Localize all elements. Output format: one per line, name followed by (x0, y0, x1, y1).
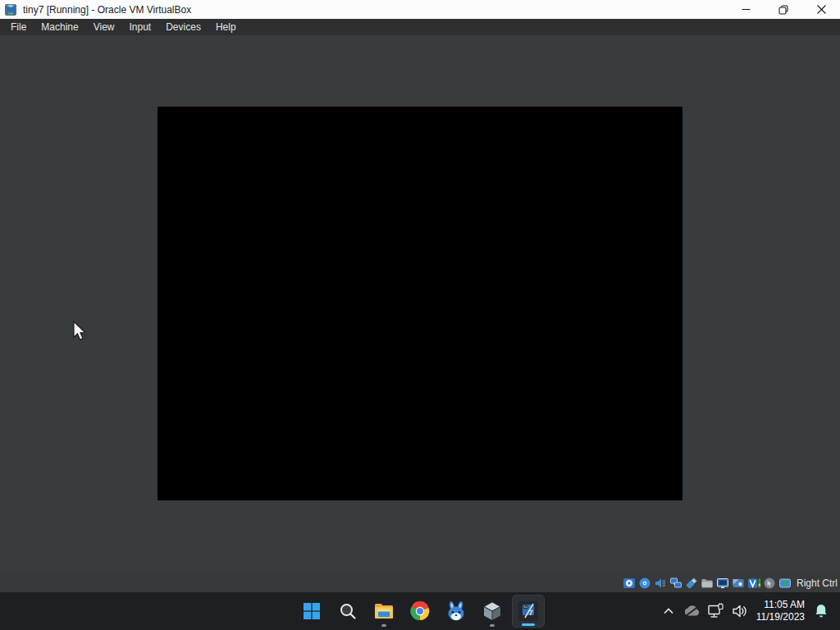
chrome-button[interactable] (404, 595, 436, 628)
menubar: File Machine View Input Devices Help (0, 19, 840, 35)
clock-time: 11:05 AM (756, 599, 805, 611)
minimize-icon (742, 5, 751, 14)
keyboard-host-key-icon[interactable] (778, 577, 792, 591)
search-icon (338, 601, 358, 621)
minimize-button[interactable] (727, 0, 765, 19)
vm-window-button[interactable]: 64 7 (512, 595, 545, 628)
vm-window-tiny7-icon: 64 7 (518, 600, 539, 622)
close-button[interactable] (802, 0, 840, 19)
bunny-app-icon (445, 600, 467, 622)
clock-date: 11/19/2023 (756, 611, 805, 623)
menu-devices[interactable]: Devices (158, 20, 208, 34)
onedrive-offline-icon[interactable] (683, 600, 701, 622)
svg-text:7: 7 (529, 609, 533, 617)
menu-view[interactable]: View (86, 20, 122, 34)
shared-folders-icon[interactable] (701, 577, 714, 591)
running-indicator (381, 624, 386, 627)
restore-icon (778, 5, 788, 15)
file-explorer-button[interactable] (368, 595, 400, 628)
restore-button[interactable] (765, 0, 802, 19)
recording-icon[interactable] (732, 577, 746, 591)
virtualbox-icon (482, 600, 503, 622)
caption-buttons (727, 0, 840, 19)
menu-input[interactable]: Input (122, 20, 159, 34)
bunny-app-button[interactable] (440, 595, 472, 628)
menu-file[interactable]: File (3, 20, 34, 34)
hard-disks-icon[interactable] (623, 577, 637, 591)
display-icon[interactable] (716, 577, 730, 591)
network-icon[interactable] (669, 577, 683, 591)
usb-icon[interactable] (685, 577, 699, 591)
active-window-indicator (522, 623, 535, 626)
search-button[interactable] (331, 595, 364, 628)
windows-start-icon (302, 601, 322, 621)
virtualbox-vm-icon (4, 3, 17, 16)
chrome-icon (410, 601, 430, 621)
features-icon[interactable] (747, 577, 761, 591)
audio-icon[interactable] (654, 577, 668, 591)
tray-clock[interactable]: 11:05 AM 11/19/2023 (755, 599, 806, 623)
desktop-screen: tiny7 [Running] - Oracle VM VirtualBox (0, 0, 840, 630)
mouse-integration-icon[interactable] (763, 577, 777, 591)
volume-icon[interactable] (731, 600, 749, 622)
start-button[interactable] (295, 595, 328, 628)
svg-text:64: 64 (523, 605, 527, 609)
optical-drives-icon[interactable] (638, 577, 652, 591)
taskbar: 64 7 (0, 592, 840, 630)
window-title: tiny7 [Running] - Oracle VM VirtualBox (23, 4, 191, 16)
vm-display[interactable] (158, 107, 682, 500)
vm-statusbar: Right Ctrl (0, 574, 840, 592)
menu-help[interactable]: Help (208, 20, 244, 34)
host-key-label: Right Ctrl (797, 578, 838, 589)
virtualbox-button[interactable] (476, 595, 509, 628)
menu-machine[interactable]: Machine (34, 20, 85, 34)
system-tray: 11:05 AM 11/19/2023 (660, 592, 840, 630)
network-icon[interactable] (707, 600, 725, 622)
vm-client-area (0, 35, 840, 574)
hidden-icons-chevron[interactable] (660, 600, 678, 622)
titlebar: tiny7 [Running] - Oracle VM VirtualBox (0, 0, 840, 19)
file-explorer-icon (373, 601, 395, 621)
close-icon (817, 5, 826, 14)
notification-bell-icon[interactable] (812, 600, 830, 622)
running-indicator (490, 624, 495, 627)
mouse-cursor (71, 321, 89, 342)
